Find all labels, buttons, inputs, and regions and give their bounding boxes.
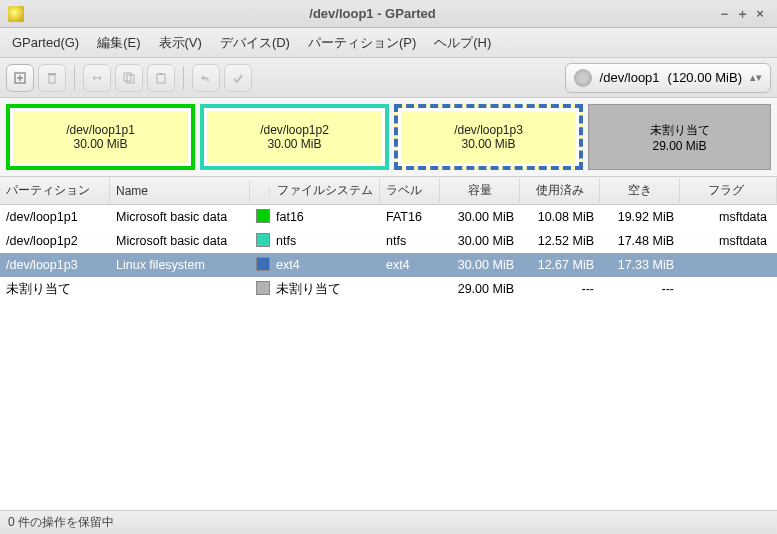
cell-name: Microsoft basic data (110, 230, 250, 252)
maximize-button[interactable]: ＋ (733, 5, 751, 23)
statusbar: 0 件の操作を保留中 (0, 510, 777, 534)
app-icon (8, 6, 24, 22)
cell-filesystem: ext4 (270, 254, 380, 276)
delete-partition-button[interactable] (38, 64, 66, 92)
map-block-size: 30.00 MiB (267, 137, 321, 151)
col-label[interactable]: ラベル (380, 178, 440, 203)
cell-label: ntfs (380, 230, 440, 252)
cell-color (250, 229, 270, 254)
cell-color (250, 205, 270, 230)
menubar: GParted(G)編集(E)表示(V)デバイス(D)パーティション(P)ヘルプ… (0, 28, 777, 58)
minimize-button[interactable]: － (715, 5, 733, 23)
map-block[interactable]: 未割り当て29.00 MiB (588, 104, 771, 170)
map-block[interactable]: /dev/loop1p330.00 MiB (394, 104, 583, 170)
cell-flags (680, 261, 777, 269)
cell-name (110, 285, 250, 293)
cell-size: 30.00 MiB (440, 206, 520, 228)
menu-item[interactable]: GParted(G) (4, 31, 87, 54)
table-header: パーティション Name ファイルシステム ラベル 容量 使用済み 空き フラグ (0, 177, 777, 205)
separator (74, 66, 75, 90)
map-block-name: /dev/loop1p3 (454, 123, 523, 137)
cell-size: 30.00 MiB (440, 254, 520, 276)
toolbar: /dev/loop1 (120.00 MiB) ▴▾ (0, 58, 777, 98)
cell-partition: /dev/loop1p2 (0, 230, 110, 252)
cell-name: Linux filesystem (110, 254, 250, 276)
cell-free: 17.33 MiB (600, 254, 680, 276)
menu-item[interactable]: 編集(E) (89, 30, 148, 56)
cell-free: 19.92 MiB (600, 206, 680, 228)
menu-item[interactable]: パーティション(P) (300, 30, 424, 56)
map-block-size: 29.00 MiB (652, 139, 706, 153)
chevron-up-down-icon: ▴▾ (750, 71, 762, 84)
cell-filesystem: fat16 (270, 206, 380, 228)
copy-button[interactable] (115, 64, 143, 92)
col-color[interactable] (250, 187, 270, 195)
new-partition-button[interactable] (6, 64, 34, 92)
titlebar: /dev/loop1 - GParted － ＋ × (0, 0, 777, 28)
col-size[interactable]: 容量 (440, 178, 520, 203)
table-row[interactable]: /dev/loop1p1Microsoft basic datafat16FAT… (0, 205, 777, 229)
table-row[interactable]: /dev/loop1p2Microsoft basic datantfsntfs… (0, 229, 777, 253)
cell-partition: 未割り当て (0, 277, 110, 302)
map-block-name: /dev/loop1p2 (260, 123, 329, 137)
map-block[interactable]: /dev/loop1p130.00 MiB (6, 104, 195, 170)
cell-label: ext4 (380, 254, 440, 276)
cell-flags: msftdata (680, 230, 777, 252)
col-free[interactable]: 空き (600, 178, 680, 203)
status-text: 0 件の操作を保留中 (8, 514, 114, 531)
table-row[interactable]: /dev/loop1p3Linux filesystemext4ext430.0… (0, 253, 777, 277)
table-body: /dev/loop1p1Microsoft basic datafat16FAT… (0, 205, 777, 301)
device-selector-device: /dev/loop1 (600, 70, 660, 85)
svg-rect-5 (157, 74, 165, 83)
cell-size: 30.00 MiB (440, 230, 520, 252)
col-partition[interactable]: パーティション (0, 178, 110, 203)
close-button[interactable]: × (751, 6, 769, 21)
separator (183, 66, 184, 90)
col-used[interactable]: 使用済み (520, 178, 600, 203)
cell-free: 17.48 MiB (600, 230, 680, 252)
menu-item[interactable]: 表示(V) (151, 30, 210, 56)
svg-rect-2 (49, 75, 55, 83)
device-selector-size: (120.00 MiB) (668, 70, 742, 85)
partition-map: /dev/loop1p130.00 MiB/dev/loop1p230.00 M… (0, 98, 777, 176)
cell-used: 12.67 MiB (520, 254, 600, 276)
disk-icon (574, 69, 592, 87)
cell-filesystem: 未割り当て (270, 277, 380, 302)
cell-color (250, 253, 270, 278)
resize-move-button[interactable] (83, 64, 111, 92)
paste-button[interactable] (147, 64, 175, 92)
cell-filesystem: ntfs (270, 230, 380, 252)
table-row[interactable]: 未割り当て未割り当て29.00 MiB------ (0, 277, 777, 301)
map-block-name: /dev/loop1p1 (66, 123, 135, 137)
col-filesystem[interactable]: ファイルシステム (270, 178, 380, 203)
cell-label: FAT16 (380, 206, 440, 228)
cell-color (250, 277, 270, 302)
cell-free: --- (600, 278, 680, 300)
partition-table: パーティション Name ファイルシステム ラベル 容量 使用済み 空き フラグ… (0, 176, 777, 510)
cell-label (380, 285, 440, 293)
undo-button[interactable] (192, 64, 220, 92)
map-block-name: 未割り当て (650, 122, 710, 139)
cell-partition: /dev/loop1p1 (0, 206, 110, 228)
col-name[interactable]: Name (110, 180, 250, 202)
device-selector[interactable]: /dev/loop1 (120.00 MiB) ▴▾ (565, 63, 771, 93)
map-block-size: 30.00 MiB (73, 137, 127, 151)
cell-flags (680, 285, 777, 293)
map-block-size: 30.00 MiB (461, 137, 515, 151)
col-flags[interactable]: フラグ (680, 178, 777, 203)
cell-flags: msftdata (680, 206, 777, 228)
menu-item[interactable]: デバイス(D) (212, 30, 298, 56)
apply-button[interactable] (224, 64, 252, 92)
map-block[interactable]: /dev/loop1p230.00 MiB (200, 104, 389, 170)
cell-used: --- (520, 278, 600, 300)
cell-name: Microsoft basic data (110, 206, 250, 228)
cell-used: 12.52 MiB (520, 230, 600, 252)
menu-item[interactable]: ヘルプ(H) (426, 30, 499, 56)
cell-size: 29.00 MiB (440, 278, 520, 300)
cell-used: 10.08 MiB (520, 206, 600, 228)
svg-rect-6 (159, 73, 163, 75)
cell-partition: /dev/loop1p3 (0, 254, 110, 276)
window-title: /dev/loop1 - GParted (30, 6, 715, 21)
